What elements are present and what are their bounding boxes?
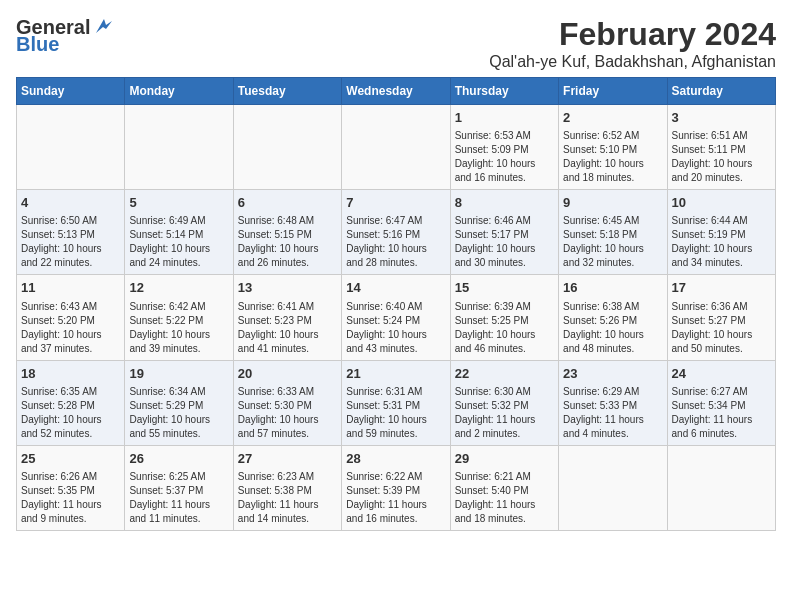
day-number: 12 <box>129 279 228 297</box>
calendar-cell: 9Sunrise: 6:45 AM Sunset: 5:18 PM Daylig… <box>559 190 667 275</box>
week-row-4: 25Sunrise: 6:26 AM Sunset: 5:35 PM Dayli… <box>17 445 776 530</box>
day-number: 23 <box>563 365 662 383</box>
day-info: Sunrise: 6:46 AM Sunset: 5:17 PM Dayligh… <box>455 214 554 270</box>
day-number: 6 <box>238 194 337 212</box>
calendar-cell <box>667 445 775 530</box>
calendar-cell: 11Sunrise: 6:43 AM Sunset: 5:20 PM Dayli… <box>17 275 125 360</box>
day-info: Sunrise: 6:39 AM Sunset: 5:25 PM Dayligh… <box>455 300 554 356</box>
day-number: 26 <box>129 450 228 468</box>
day-info: Sunrise: 6:33 AM Sunset: 5:30 PM Dayligh… <box>238 385 337 441</box>
day-info: Sunrise: 6:27 AM Sunset: 5:34 PM Dayligh… <box>672 385 771 441</box>
day-info: Sunrise: 6:41 AM Sunset: 5:23 PM Dayligh… <box>238 300 337 356</box>
day-info: Sunrise: 6:31 AM Sunset: 5:31 PM Dayligh… <box>346 385 445 441</box>
day-number: 17 <box>672 279 771 297</box>
day-info: Sunrise: 6:38 AM Sunset: 5:26 PM Dayligh… <box>563 300 662 356</box>
day-number: 1 <box>455 109 554 127</box>
calendar-cell <box>125 105 233 190</box>
day-info: Sunrise: 6:42 AM Sunset: 5:22 PM Dayligh… <box>129 300 228 356</box>
day-number: 18 <box>21 365 120 383</box>
logo-icon <box>92 15 114 37</box>
calendar-cell: 15Sunrise: 6:39 AM Sunset: 5:25 PM Dayli… <box>450 275 558 360</box>
day-info: Sunrise: 6:45 AM Sunset: 5:18 PM Dayligh… <box>563 214 662 270</box>
calendar-cell: 18Sunrise: 6:35 AM Sunset: 5:28 PM Dayli… <box>17 360 125 445</box>
day-number: 20 <box>238 365 337 383</box>
day-header-tuesday: Tuesday <box>233 78 341 105</box>
day-info: Sunrise: 6:26 AM Sunset: 5:35 PM Dayligh… <box>21 470 120 526</box>
calendar-cell: 4Sunrise: 6:50 AM Sunset: 5:13 PM Daylig… <box>17 190 125 275</box>
calendar-cell: 26Sunrise: 6:25 AM Sunset: 5:37 PM Dayli… <box>125 445 233 530</box>
calendar-cell: 3Sunrise: 6:51 AM Sunset: 5:11 PM Daylig… <box>667 105 775 190</box>
header: General Blue February 2024 Qal'ah-ye Kuf… <box>16 16 776 71</box>
calendar-cell: 20Sunrise: 6:33 AM Sunset: 5:30 PM Dayli… <box>233 360 341 445</box>
day-info: Sunrise: 6:23 AM Sunset: 5:38 PM Dayligh… <box>238 470 337 526</box>
calendar-cell: 1Sunrise: 6:53 AM Sunset: 5:09 PM Daylig… <box>450 105 558 190</box>
calendar-cell: 22Sunrise: 6:30 AM Sunset: 5:32 PM Dayli… <box>450 360 558 445</box>
day-header-sunday: Sunday <box>17 78 125 105</box>
calendar-cell: 2Sunrise: 6:52 AM Sunset: 5:10 PM Daylig… <box>559 105 667 190</box>
calendar-cell: 12Sunrise: 6:42 AM Sunset: 5:22 PM Dayli… <box>125 275 233 360</box>
calendar-cell: 8Sunrise: 6:46 AM Sunset: 5:17 PM Daylig… <box>450 190 558 275</box>
day-number: 11 <box>21 279 120 297</box>
day-number: 13 <box>238 279 337 297</box>
day-number: 21 <box>346 365 445 383</box>
day-info: Sunrise: 6:30 AM Sunset: 5:32 PM Dayligh… <box>455 385 554 441</box>
calendar-cell: 25Sunrise: 6:26 AM Sunset: 5:35 PM Dayli… <box>17 445 125 530</box>
calendar-table: SundayMondayTuesdayWednesdayThursdayFrid… <box>16 77 776 531</box>
day-info: Sunrise: 6:40 AM Sunset: 5:24 PM Dayligh… <box>346 300 445 356</box>
day-info: Sunrise: 6:50 AM Sunset: 5:13 PM Dayligh… <box>21 214 120 270</box>
day-info: Sunrise: 6:35 AM Sunset: 5:28 PM Dayligh… <box>21 385 120 441</box>
day-number: 10 <box>672 194 771 212</box>
day-info: Sunrise: 6:51 AM Sunset: 5:11 PM Dayligh… <box>672 129 771 185</box>
day-header-friday: Friday <box>559 78 667 105</box>
day-number: 3 <box>672 109 771 127</box>
day-number: 24 <box>672 365 771 383</box>
day-number: 27 <box>238 450 337 468</box>
day-info: Sunrise: 6:36 AM Sunset: 5:27 PM Dayligh… <box>672 300 771 356</box>
calendar-cell <box>233 105 341 190</box>
day-number: 19 <box>129 365 228 383</box>
day-number: 16 <box>563 279 662 297</box>
calendar-cell <box>17 105 125 190</box>
calendar-cell: 27Sunrise: 6:23 AM Sunset: 5:38 PM Dayli… <box>233 445 341 530</box>
day-number: 15 <box>455 279 554 297</box>
logo-blue-text: Blue <box>16 33 59 56</box>
day-number: 8 <box>455 194 554 212</box>
day-number: 2 <box>563 109 662 127</box>
day-number: 4 <box>21 194 120 212</box>
week-row-1: 4Sunrise: 6:50 AM Sunset: 5:13 PM Daylig… <box>17 190 776 275</box>
day-number: 29 <box>455 450 554 468</box>
calendar-body: 1Sunrise: 6:53 AM Sunset: 5:09 PM Daylig… <box>17 105 776 531</box>
day-number: 28 <box>346 450 445 468</box>
day-header-saturday: Saturday <box>667 78 775 105</box>
day-info: Sunrise: 6:49 AM Sunset: 5:14 PM Dayligh… <box>129 214 228 270</box>
day-info: Sunrise: 6:52 AM Sunset: 5:10 PM Dayligh… <box>563 129 662 185</box>
day-number: 25 <box>21 450 120 468</box>
calendar-cell: 21Sunrise: 6:31 AM Sunset: 5:31 PM Dayli… <box>342 360 450 445</box>
day-number: 22 <box>455 365 554 383</box>
calendar-title: February 2024 <box>489 16 776 53</box>
day-number: 5 <box>129 194 228 212</box>
calendar-subtitle: Qal'ah-ye Kuf, Badakhshan, Afghanistan <box>489 53 776 71</box>
day-header-wednesday: Wednesday <box>342 78 450 105</box>
title-area: February 2024 Qal'ah-ye Kuf, Badakhshan,… <box>489 16 776 71</box>
day-number: 14 <box>346 279 445 297</box>
day-info: Sunrise: 6:22 AM Sunset: 5:39 PM Dayligh… <box>346 470 445 526</box>
week-row-0: 1Sunrise: 6:53 AM Sunset: 5:09 PM Daylig… <box>17 105 776 190</box>
calendar-cell: 29Sunrise: 6:21 AM Sunset: 5:40 PM Dayli… <box>450 445 558 530</box>
week-row-2: 11Sunrise: 6:43 AM Sunset: 5:20 PM Dayli… <box>17 275 776 360</box>
day-info: Sunrise: 6:21 AM Sunset: 5:40 PM Dayligh… <box>455 470 554 526</box>
day-number: 9 <box>563 194 662 212</box>
week-row-3: 18Sunrise: 6:35 AM Sunset: 5:28 PM Dayli… <box>17 360 776 445</box>
calendar-header-row: SundayMondayTuesdayWednesdayThursdayFrid… <box>17 78 776 105</box>
logo: General Blue <box>16 16 114 56</box>
svg-marker-0 <box>96 19 112 33</box>
calendar-cell: 24Sunrise: 6:27 AM Sunset: 5:34 PM Dayli… <box>667 360 775 445</box>
calendar-cell: 17Sunrise: 6:36 AM Sunset: 5:27 PM Dayli… <box>667 275 775 360</box>
calendar-cell: 14Sunrise: 6:40 AM Sunset: 5:24 PM Dayli… <box>342 275 450 360</box>
day-info: Sunrise: 6:25 AM Sunset: 5:37 PM Dayligh… <box>129 470 228 526</box>
calendar-cell: 16Sunrise: 6:38 AM Sunset: 5:26 PM Dayli… <box>559 275 667 360</box>
day-info: Sunrise: 6:34 AM Sunset: 5:29 PM Dayligh… <box>129 385 228 441</box>
day-header-thursday: Thursday <box>450 78 558 105</box>
calendar-cell: 19Sunrise: 6:34 AM Sunset: 5:29 PM Dayli… <box>125 360 233 445</box>
day-header-monday: Monday <box>125 78 233 105</box>
